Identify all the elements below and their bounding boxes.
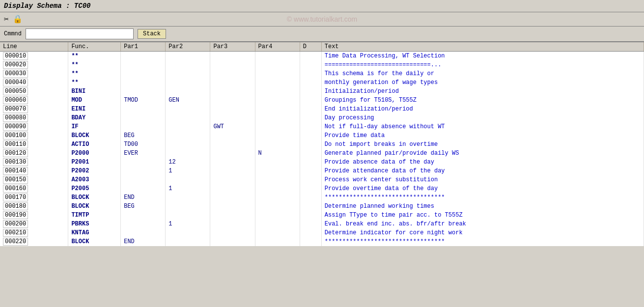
table-row[interactable]: 000130P200112Provide absence data of the…: [0, 158, 644, 167]
cell-d: [300, 52, 321, 61]
cell-par4: [255, 175, 300, 184]
table-row[interactable]: 000100BLOCKBEGProvide time data: [0, 131, 644, 140]
cell-par4: [255, 202, 300, 211]
cell-d: [300, 140, 321, 149]
cell-text: Do not import breaks in overtime: [321, 140, 644, 149]
table-header-row: LineFunc.Par1Par2Par3Par4DText: [0, 42, 644, 52]
cell-par4: [255, 60, 300, 69]
cell-par1: TMOD: [121, 96, 166, 105]
table-row[interactable]: 000040**monthly generation of wage types: [0, 78, 644, 87]
table-row[interactable]: 000140P20021Provide attendance data of t…: [0, 167, 644, 175]
cell-par3: [210, 78, 255, 87]
table-row[interactable]: 000110ACTIOTD00Do not import breaks in o…: [0, 140, 644, 149]
cell-text: Generate planned pair/provide daily WS: [321, 149, 644, 158]
cell-par2: [166, 131, 210, 140]
cell-par4: [255, 69, 300, 78]
cell-par3: [210, 96, 255, 105]
table-row[interactable]: 000210KNTAGDetermine indicator for core …: [0, 228, 644, 237]
cell-par4: [255, 237, 300, 246]
cell-d: [300, 193, 321, 202]
cell-line: 000190: [0, 211, 68, 220]
cell-line: 000030: [0, 69, 68, 78]
cell-line: 000070: [0, 105, 68, 113]
table-row[interactable]: 000150A2003Process work center substitut…: [0, 175, 644, 184]
table-row[interactable]: 000070EINIEnd initialization/period: [0, 105, 644, 113]
cell-par2: [166, 60, 210, 69]
cell-par1: [121, 175, 166, 184]
command-label: Cmmnd: [4, 30, 22, 37]
command-bar: Cmmnd Stack: [0, 27, 644, 42]
table-row[interactable]: 000090IFGWTNot if full-day absence witho…: [0, 122, 644, 131]
scissors-icon[interactable]: ✂: [4, 14, 9, 24]
table-row[interactable]: 000180BLOCKBEGDetermine planned working …: [0, 202, 644, 211]
cell-d: [300, 105, 321, 113]
cell-par2: 1: [166, 184, 210, 193]
table-row[interactable]: 000060MODTMODGENGroupings for T510S, T55…: [0, 96, 644, 105]
cell-text: Day processing: [321, 113, 644, 122]
cell-par1: [121, 211, 166, 220]
cell-par1: BEG: [121, 202, 166, 211]
cell-par1: TD00: [121, 140, 166, 149]
lock-icon[interactable]: 🔒: [13, 14, 23, 24]
cell-par4: [255, 193, 300, 202]
cell-text: Provide attendance data of the day: [321, 167, 644, 175]
cell-par1: END: [121, 193, 166, 202]
cell-par3: [210, 140, 255, 149]
cell-text: Assign TType to time pair acc. to T555Z: [321, 211, 644, 220]
cell-par2: GEN: [166, 96, 210, 105]
cell-line: 000160: [0, 184, 68, 193]
table-row[interactable]: 000220BLOCKEND**************************…: [0, 237, 644, 246]
cell-func: BINI: [68, 87, 121, 96]
cell-text: **********************************: [321, 237, 644, 246]
table-row[interactable]: 000010**Time Data Processing, WT Selecti…: [0, 52, 644, 61]
cell-par2: [166, 193, 210, 202]
cell-par3: [210, 105, 255, 113]
table-row[interactable]: 000120P2000EVERNGenerate planned pair/pr…: [0, 149, 644, 158]
cell-d: [300, 175, 321, 184]
cell-line: 000130: [0, 158, 68, 167]
table-row[interactable]: 000020**==============================..…: [0, 60, 644, 69]
cell-par4: [255, 211, 300, 220]
cell-par4: [255, 228, 300, 237]
cell-line: 000210: [0, 228, 68, 237]
cell-par4: [255, 52, 300, 61]
command-input[interactable]: [26, 28, 134, 39]
cell-d: [300, 158, 321, 167]
cell-text: Process work center substitution: [321, 175, 644, 184]
watermark: © www.tutorialkart.com: [287, 15, 357, 23]
cell-par3: [210, 193, 255, 202]
table-row[interactable]: 000080BDAYDay processing: [0, 113, 644, 122]
cell-func: P2002: [68, 167, 121, 175]
table-row[interactable]: 000190TIMTPAssign TType to time pair acc…: [0, 211, 644, 220]
cell-d: [300, 131, 321, 140]
stack-button[interactable]: Stack: [138, 29, 166, 39]
cell-text: ==============================...: [321, 60, 644, 69]
table-row[interactable]: 000170BLOCKEND**************************…: [0, 193, 644, 202]
cell-par4: [255, 113, 300, 122]
cell-par1: [121, 78, 166, 87]
cell-par2: [166, 175, 210, 184]
cell-d: [300, 228, 321, 237]
cell-par1: [121, 167, 166, 175]
cell-text: Time Data Processing, WT Selection: [321, 52, 644, 61]
cell-line: 000220: [0, 237, 68, 246]
cell-par1: [121, 184, 166, 193]
cell-func: EINI: [68, 105, 121, 113]
table-row[interactable]: 000160P20051Provide overtime data of the…: [0, 184, 644, 193]
cell-line: 000170: [0, 193, 68, 202]
cell-text: Provide absence data of the day: [321, 158, 644, 167]
cell-func: BLOCK: [68, 237, 121, 246]
cell-text: This schema is for the daily or: [321, 69, 644, 78]
cell-func: P2005: [68, 184, 121, 193]
table-row[interactable]: 000050BINIInitialization/period: [0, 87, 644, 96]
cell-func: MOD: [68, 96, 121, 105]
cell-par2: [166, 52, 210, 61]
cell-func: A2003: [68, 175, 121, 184]
cell-line: 000180: [0, 202, 68, 211]
table-row[interactable]: 000030**This schema is for the daily or: [0, 69, 644, 78]
table-row[interactable]: 000200PBRKS1Eval. break end inc. abs. bf…: [0, 220, 644, 228]
cell-text: **********************************: [321, 193, 644, 202]
col-header-func: Func.: [68, 42, 121, 52]
cell-par4: [255, 105, 300, 113]
cell-par1: END: [121, 237, 166, 246]
